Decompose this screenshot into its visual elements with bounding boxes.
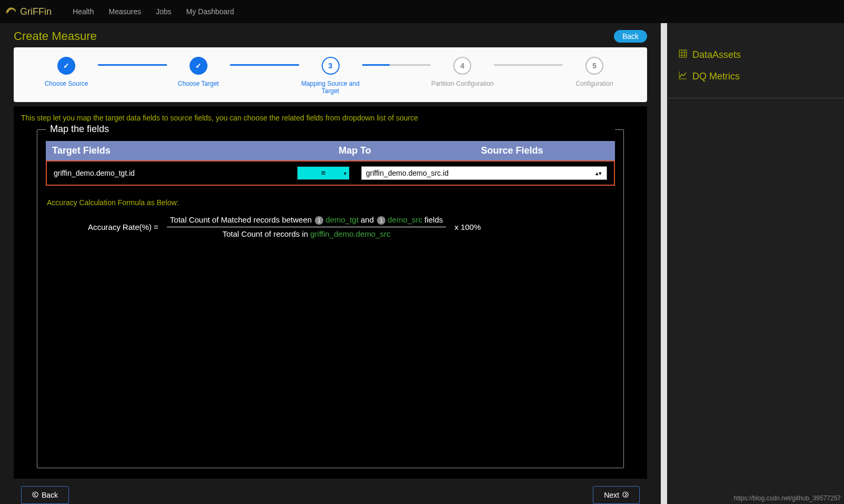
svg-point-1 xyxy=(623,492,628,497)
step-partition-config[interactable]: 4 Partition Configuration xyxy=(431,57,494,87)
demo-tgt-link[interactable]: demo_tgt xyxy=(325,215,359,224)
step-number: 5 xyxy=(585,57,603,75)
grid-icon xyxy=(679,49,687,61)
map-fields-group: Map the fields Target Fields Map To Sour… xyxy=(37,129,624,468)
sidebar-label: DQ Metrics xyxy=(692,71,740,82)
demo-full-src-link[interactable]: griffin_demo.demo_src xyxy=(310,229,390,238)
sidebar-item-dataassets[interactable]: DataAssets xyxy=(667,44,844,66)
top-nav: GriFFin Health Measures Jobs My Dashboar… xyxy=(0,0,844,23)
next-button[interactable]: Next xyxy=(593,486,640,504)
griffin-icon xyxy=(5,5,17,18)
badge-1-icon: 1 xyxy=(315,216,323,225)
sidebar-item-dqmetrics[interactable]: DQ Metrics xyxy=(667,66,844,87)
header-target: Target Fields xyxy=(52,145,294,156)
header-mapto: Map To xyxy=(294,145,415,156)
prev-button[interactable]: Back xyxy=(21,486,69,504)
brand-text: GriFFin xyxy=(20,6,52,17)
step-number: 3 xyxy=(322,57,340,75)
map-table-header: Target Fields Map To Source Fields xyxy=(46,141,615,160)
watermark: https://blog.csdn.net/github_39577257 xyxy=(734,495,841,502)
operator-select[interactable]: = xyxy=(297,166,350,180)
chart-icon xyxy=(679,71,687,82)
step-number: 4 xyxy=(453,57,471,75)
nav-jobs[interactable]: Jobs xyxy=(156,7,172,16)
arrow-left-icon xyxy=(32,491,38,499)
sidebar-label: DataAssets xyxy=(692,49,741,61)
step-label: Choose Target xyxy=(178,80,219,87)
demo-src-link[interactable]: demo_src xyxy=(388,215,422,224)
source-select-wrap[interactable]: griffin_demo.demo_src.id ▴▾ xyxy=(361,166,607,180)
back-button[interactable]: Back xyxy=(614,30,647,43)
next-button-label: Next xyxy=(604,491,619,499)
svg-rect-2 xyxy=(679,50,687,57)
operator-select-wrap[interactable]: = ▾ xyxy=(297,166,350,180)
step-choose-source[interactable]: ✓ Choose Source xyxy=(35,57,98,87)
formula-denominator: Total Count of records in griffin_demo.d… xyxy=(222,227,390,238)
source-field-select[interactable]: griffin_demo.demo_src.id xyxy=(361,166,607,180)
check-icon: ✓ xyxy=(57,57,75,75)
prev-button-label: Back xyxy=(42,491,58,499)
fieldset-legend: Map the fields xyxy=(46,124,615,135)
step-label: Choose Source xyxy=(45,80,88,87)
brand-logo[interactable]: GriFFin xyxy=(5,5,52,18)
step-choose-target[interactable]: ✓ Choose Target xyxy=(167,57,230,87)
arrow-right-icon xyxy=(622,491,629,499)
badge-1-icon: 1 xyxy=(377,216,385,225)
nav-my-dashboard[interactable]: My Dashboard xyxy=(186,7,234,16)
formula-numerator: Total Count of Matched records between 1… xyxy=(167,215,446,227)
help-text: This step let you map the target data fi… xyxy=(21,114,640,122)
nav-measures[interactable]: Measures xyxy=(108,7,141,16)
step-label: Configuration xyxy=(575,80,613,87)
check-icon: ✓ xyxy=(190,57,207,75)
formula-lhs: Accuracy Rate(%) = xyxy=(88,223,158,231)
accuracy-formula: Accuracy Rate(%) = Total Count of Matche… xyxy=(88,215,615,238)
formula-x100: x 100% xyxy=(454,223,481,231)
stepper: ✓ Choose Source ✓ Choose Target 3 Mappin… xyxy=(14,47,647,102)
step-mapping[interactable]: 3 Mapping Source and Target xyxy=(299,57,362,95)
scrollbar[interactable] xyxy=(661,23,667,504)
page-title: Create Measure xyxy=(14,29,97,43)
step-label: Partition Configuration xyxy=(431,80,494,87)
svg-point-0 xyxy=(33,492,38,497)
step-configuration[interactable]: 5 Configuration xyxy=(563,57,626,87)
map-row: griffin_demo.demo_tgt.id = ▾ griffin_dem… xyxy=(48,163,612,183)
nav-health[interactable]: Health xyxy=(73,7,94,16)
target-field-value: griffin_demo.demo_tgt.id xyxy=(54,169,291,177)
header-source: Source Fields xyxy=(415,145,609,156)
right-sidebar: DataAssets DQ Metrics xyxy=(667,23,844,504)
formula-title: Accuracy Calculation Formula as Below: xyxy=(47,198,615,207)
step-label: Mapping Source and Target xyxy=(299,80,362,95)
